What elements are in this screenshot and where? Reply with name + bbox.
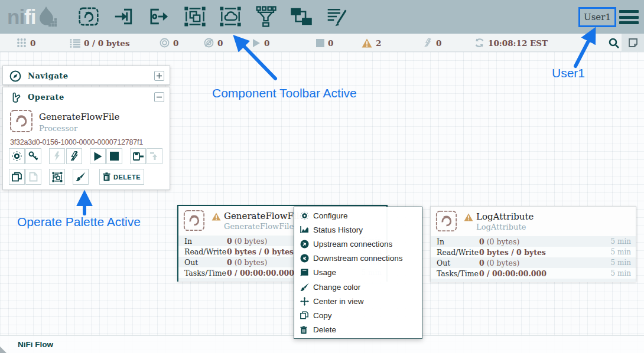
processor-title: GenerateFlowFile (224, 211, 304, 221)
processor-logattribute[interactable]: LogAttribute LogAttribute In 0 (0 bytes)… (430, 206, 636, 282)
stat-row-in: In 0 (0 bytes) 5 min (431, 236, 636, 247)
nifi-logo: nifi (7, 4, 57, 30)
flow-canvas[interactable]: Navigate Operate (0, 52, 644, 353)
menu-item-usage[interactable]: Usage (294, 266, 422, 280)
plus-icon (156, 73, 162, 79)
menu-item-configure[interactable]: Configure (294, 208, 422, 223)
running-icon (252, 38, 261, 48)
operate-selection-type: Processor (39, 124, 77, 133)
search-button[interactable] (606, 36, 622, 50)
delete-button[interactable]: DELETE (99, 169, 144, 185)
warning-icon (212, 213, 221, 221)
upload-template-button[interactable] (147, 148, 162, 164)
access-policies-button[interactable] (25, 148, 41, 164)
refresh-status[interactable]: 10:08:12 EST (474, 34, 548, 52)
queued-icon (70, 38, 80, 48)
global-menu-button[interactable] (619, 10, 639, 24)
processor-type: LogAttribute (476, 223, 526, 231)
processor-stamp-icon (9, 109, 33, 133)
configure-button[interactable] (9, 148, 25, 164)
process-group-toolbar-button[interactable] (181, 3, 209, 30)
processor-stamp-icon (183, 210, 205, 231)
operate-collapse-button[interactable] (154, 92, 164, 102)
input-port-icon (112, 5, 136, 28)
processor-toolbar-button[interactable] (74, 3, 103, 30)
menu-item-delete[interactable]: Delete (294, 323, 422, 337)
navigate-title: Navigate (28, 71, 69, 80)
disable-button[interactable] (66, 148, 82, 164)
menu-item-center-in-view[interactable]: Center in view (294, 294, 422, 308)
active-threads-icon (17, 38, 27, 48)
trash-icon (103, 172, 110, 181)
disabled-status: 0 (423, 34, 441, 52)
menu-item-status-history[interactable]: Status History (294, 223, 422, 237)
enable-button[interactable] (49, 148, 65, 164)
key-icon (28, 151, 38, 161)
input-port-toolbar-button[interactable] (110, 3, 138, 30)
stop-button[interactable] (106, 148, 122, 164)
paste-button[interactable] (25, 169, 41, 185)
menu-bar (619, 21, 639, 24)
funnel-icon (254, 5, 278, 28)
output-port-toolbar-button[interactable] (145, 3, 174, 30)
transmitting-count: 0 (173, 38, 178, 48)
processor-type: GenerateFlowFile (224, 222, 294, 231)
username: User1 (584, 12, 611, 22)
template-icon (290, 5, 313, 28)
hand-icon (9, 91, 21, 103)
upstream-icon (300, 240, 309, 249)
processor-stamp-icon (435, 210, 457, 232)
running-status: 0 (252, 34, 269, 52)
book-icon (300, 269, 309, 277)
menu-item-change-color[interactable]: Change color (294, 280, 422, 294)
template-toolbar-button[interactable] (287, 3, 316, 30)
lightning-slash-icon (70, 151, 79, 161)
remote-process-group-toolbar-button[interactable] (216, 3, 245, 30)
bulletin-panel-button[interactable] (622, 34, 644, 52)
menu-item-downstream-connections[interactable]: Downstream connections (294, 251, 422, 266)
output-port-icon (148, 5, 171, 28)
paste-icon (29, 172, 38, 182)
invalid-count: 2 (376, 38, 381, 48)
search-icon (608, 37, 620, 49)
stat-row-readwrite: Read/Write 0 bytes / 0 bytes 5 min (431, 247, 636, 257)
label-toolbar-button[interactable] (323, 3, 351, 30)
menu-bar (619, 10, 639, 13)
processor-title: LogAttribute (476, 211, 534, 222)
compass-icon (9, 70, 21, 82)
resize-handle[interactable] (0, 347, 6, 353)
notes-panel-icon (628, 38, 638, 48)
header-bar: nifi (0, 0, 644, 34)
copy-button[interactable] (9, 169, 25, 185)
navigate-palette: Navigate (2, 66, 170, 85)
trash-icon (300, 326, 307, 334)
status-bar: 0 0 / 0 bytes 0 0 0 (0, 34, 644, 52)
running-count: 0 (264, 38, 269, 48)
queued-count: 0 / 0 bytes (84, 38, 130, 48)
start-button[interactable] (90, 148, 106, 164)
change-color-button[interactable] (73, 169, 89, 185)
copy-icon (300, 311, 308, 319)
warning-icon (362, 38, 372, 48)
menu-item-copy[interactable]: Copy (294, 308, 422, 322)
navigate-expand-button[interactable] (154, 71, 164, 81)
logo-text-ni: ni (7, 5, 24, 29)
active-threads-status: 0 (17, 34, 35, 52)
stopped-icon (316, 39, 324, 47)
active-threads-count: 0 (30, 38, 35, 48)
stopped-status: 0 (316, 34, 333, 52)
funnel-toolbar-button[interactable] (252, 3, 280, 30)
chart-icon (300, 225, 310, 234)
not-transmitting-status: 0 (204, 34, 223, 52)
group-button[interactable] (49, 169, 65, 185)
context-menu: Configure Status History Upstream connec… (294, 207, 422, 339)
save-template-icon (133, 152, 144, 161)
center-icon (300, 297, 309, 306)
create-template-button[interactable] (130, 148, 146, 164)
breadcrumb-root[interactable]: NiFi Flow (18, 340, 53, 349)
menu-item-upstream-connections[interactable]: Upstream connections (294, 237, 422, 251)
downstream-icon (300, 254, 309, 263)
operate-title: Operate (28, 93, 64, 102)
disabled-icon (423, 38, 432, 48)
refresh-icon (474, 38, 484, 48)
